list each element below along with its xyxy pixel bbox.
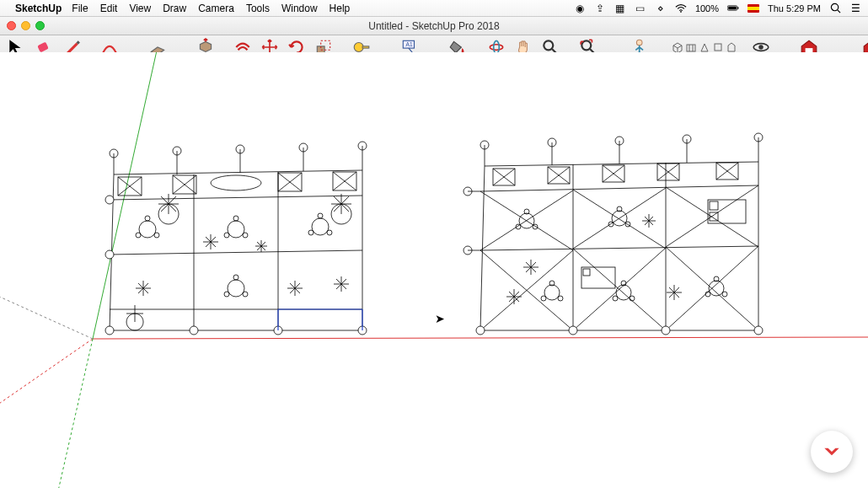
svg-point-110 (476, 326, 485, 335)
svg-rect-2 (728, 7, 737, 10)
close-window-button[interactable] (7, 21, 16, 30)
svg-line-38 (110, 250, 362, 255)
svg-point-144 (709, 281, 724, 296)
svg-point-72 (308, 230, 313, 235)
svg-point-70 (312, 218, 329, 235)
svg-line-34 (51, 339, 93, 488)
svg-point-113 (754, 326, 763, 335)
svg-point-139 (558, 296, 563, 301)
svg-point-142 (613, 296, 618, 301)
svg-line-31 (93, 337, 868, 339)
chevron-down-bold-icon (821, 441, 843, 463)
menu-edit[interactable]: Edit (100, 3, 118, 14)
menu-file[interactable]: File (72, 3, 88, 14)
svg-point-13 (490, 45, 502, 51)
svg-point-136 (544, 285, 560, 300)
menu-draw[interactable]: Draw (163, 3, 186, 14)
svg-point-131 (533, 224, 538, 229)
grid-icon[interactable]: ▦ (614, 3, 626, 14)
svg-line-35 (0, 221, 93, 339)
menu-view[interactable]: View (129, 3, 151, 14)
svg-rect-167 (581, 267, 615, 288)
svg-point-112 (662, 326, 670, 335)
menu-camera[interactable]: Camera (198, 3, 234, 14)
svg-point-23 (758, 45, 764, 50)
svg-rect-164 (708, 200, 746, 223)
svg-rect-3 (737, 7, 738, 9)
svg-rect-168 (583, 269, 590, 276)
svg-rect-6 (37, 42, 49, 53)
svg-point-143 (630, 296, 635, 301)
spotlight-icon[interactable] (829, 3, 841, 14)
svg-point-43 (211, 175, 261, 190)
svg-point-50 (105, 250, 114, 259)
mac-menubar: SketchUp File Edit View Draw Camera Tool… (0, 0, 868, 17)
svg-rect-165 (710, 201, 718, 210)
display-icon[interactable]: ▭ (635, 3, 646, 14)
svg-line-32 (0, 339, 93, 488)
svg-point-47 (190, 326, 198, 335)
svg-point-147 (722, 292, 727, 297)
menu-window[interactable]: Window (281, 3, 318, 14)
svg-point-140 (616, 285, 631, 300)
clock[interactable]: Thu 5:29 PM (768, 3, 821, 13)
menu-list-icon[interactable]: ☰ (849, 3, 861, 14)
svg-point-71 (318, 213, 323, 218)
svg-point-69 (243, 233, 248, 238)
svg-point-15 (544, 40, 553, 50)
svg-point-63 (145, 216, 150, 221)
svg-line-5 (837, 10, 839, 13)
svg-point-77 (243, 292, 248, 297)
bluetooth-icon[interactable]: ⋄ (655, 3, 667, 14)
floor-plan-left (105, 142, 367, 335)
svg-line-39 (110, 196, 362, 200)
record-icon[interactable]: ◉ (574, 3, 586, 14)
svg-point-111 (569, 326, 577, 335)
svg-point-74 (228, 280, 244, 297)
svg-point-0 (680, 11, 682, 13)
window-titlebar: Untitled - SketchUp Pro 2018 (0, 17, 868, 35)
keyboard-flag-icon[interactable] (747, 4, 759, 13)
svg-point-62 (139, 221, 156, 238)
battery-percent: 100% (695, 3, 719, 13)
app-name[interactable]: SketchUp (15, 3, 62, 14)
roof-plan-right (463, 133, 763, 335)
viewport-3d[interactable]: ➤ (0, 52, 868, 488)
wifi-icon[interactable] (675, 3, 687, 14)
floating-badge-button[interactable] (811, 431, 853, 473)
menu-help[interactable]: Help (330, 3, 351, 14)
svg-point-51 (105, 196, 114, 204)
svg-point-64 (136, 233, 141, 238)
battery-icon[interactable] (727, 3, 739, 14)
svg-point-68 (224, 233, 229, 238)
svg-rect-20 (687, 45, 695, 51)
svg-rect-21 (715, 44, 721, 51)
minimize-window-button[interactable] (21, 21, 30, 30)
svg-point-76 (224, 292, 229, 297)
svg-point-46 (105, 326, 114, 335)
svg-rect-10 (362, 46, 369, 48)
svg-point-138 (541, 296, 546, 301)
menu-tools[interactable]: Tools (246, 3, 270, 14)
svg-point-73 (327, 230, 332, 235)
svg-point-4 (831, 3, 838, 10)
svg-point-19 (636, 40, 642, 46)
svg-line-104 (480, 185, 758, 191)
window-title: Untitled - SketchUp Pro 2018 (0, 20, 868, 32)
svg-text:A1: A1 (405, 41, 412, 47)
dropbox-icon[interactable]: ⇪ (594, 3, 606, 14)
svg-line-103 (480, 246, 758, 250)
svg-point-67 (233, 216, 238, 221)
svg-point-75 (233, 275, 238, 280)
fullscreen-window-button[interactable] (35, 21, 45, 30)
svg-point-65 (154, 233, 159, 238)
svg-point-66 (228, 221, 244, 238)
